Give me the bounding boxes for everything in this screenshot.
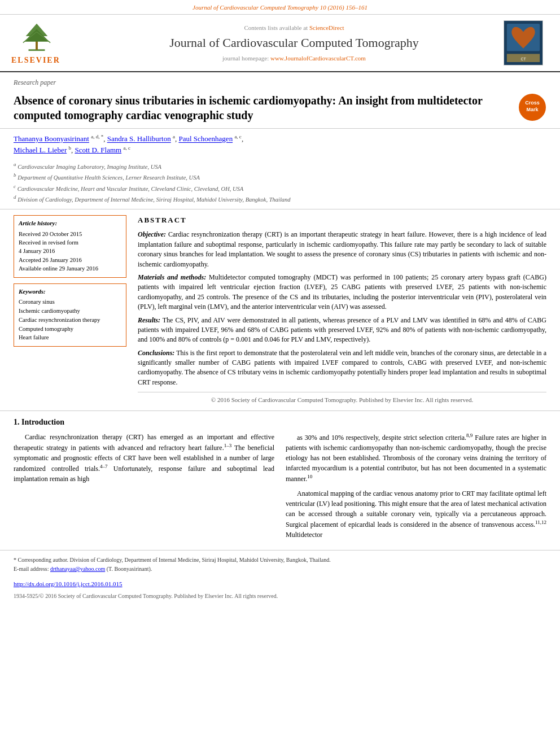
body-section: 1. Introduction Cardiac resynchronizatio… <box>0 410 560 551</box>
intro-heading: 1. Introduction <box>14 417 546 428</box>
keyword-3: Cardiac resynchronization therapy <box>19 316 121 325</box>
email-link[interactable]: drthanayaa@yahoo.com <box>50 566 105 572</box>
keyword-5: Heart failure <box>19 334 121 342</box>
keyword-2: Ischemic cardiomyopathy <box>19 307 121 316</box>
page: Journal of Cardiovascular Computed Tomog… <box>0 0 560 747</box>
author-boonyasirinant[interactable]: Thananya Boonyasirinant <box>14 135 89 143</box>
affil-d: d Division of Cardiology, Department of … <box>14 194 546 204</box>
author-schoenhagen[interactable]: Paul Schoenhagen <box>178 135 233 143</box>
received-date: Received 20 October 2015 <box>19 230 121 239</box>
doi-link[interactable]: http://dx.doi.org/10.1016/j.jcct.2016.01… <box>14 580 123 587</box>
accepted-date: Accepted 26 January 2016 <box>19 256 121 265</box>
authors-section: Thananya Boonyasirinant a, d, *, Sandra … <box>0 129 560 159</box>
author-halliburton[interactable]: Sandra S. Halliburton <box>107 135 171 143</box>
article-history-title: Article history: <box>19 219 121 228</box>
article-title-container: Absence of coronary sinus tributaries in… <box>14 93 509 123</box>
article-info-abstract-section: Article history: Received 20 October 201… <box>0 209 560 410</box>
sciencedirect-link[interactable]: ScienceDirect <box>309 24 344 31</box>
keyword-4: Computed tomography <box>19 325 121 334</box>
abstract-objective-text: Cardiac resynchronization therapy (CRT) … <box>138 230 546 268</box>
abstract-section: ABSTRACT Objective: Cardiac resynchroniz… <box>138 215 546 404</box>
keywords-title: Keywords: <box>19 287 121 296</box>
body-two-col: Cardiac resynchronization therapy (CRT) … <box>14 432 546 544</box>
journal-header: ELSEVIER Contents lists available at Sci… <box>0 15 560 72</box>
body-para-1: Cardiac resynchronization therapy (CRT) … <box>14 432 274 484</box>
body-col-right: as 30% and 10% respectively, despite str… <box>286 432 546 544</box>
journal-citation-bar: Journal of Cardiovascular Computed Tomog… <box>0 0 560 15</box>
revised-date: Received in revised form4 January 2016 <box>19 239 121 255</box>
abstract-results: Results: The CS, PIV, and AIV were demon… <box>138 316 546 345</box>
journal-homepage-line: journal homepage: www.JournalofCardiovas… <box>85 54 504 63</box>
abstract-objective-label: Objective: <box>138 230 166 238</box>
article-title-section: Absence of coronary sinus tributaries in… <box>0 90 560 129</box>
abstract-conclusions-text: This is the first report to demonstrate … <box>138 349 546 386</box>
elsevier-tree-icon <box>11 21 62 54</box>
article-title: Absence of coronary sinus tributaries in… <box>14 93 509 123</box>
abstract-conclusions-label: Conclusions: <box>138 349 174 357</box>
journal-citation-text: Journal of Cardiovascular Computed Tomog… <box>193 4 368 11</box>
doi-section: http://dx.doi.org/10.1016/j.jcct.2016.01… <box>0 576 560 592</box>
abstract-copyright: © 2016 Society of Cardiovascular Compute… <box>138 392 546 404</box>
article-type-label: Research paper <box>0 72 560 90</box>
affil-a: a Cardiovascular Imaging Laboratory, Ima… <box>14 161 546 171</box>
article-history-box: Article history: Received 20 October 201… <box>14 215 126 278</box>
keyword-1: Coronary sinus <box>19 298 121 307</box>
abstract-objective: Objective: Cardiac resynchronization the… <box>138 230 546 269</box>
abstract-methods: Materials and methods: Multidetector com… <box>138 273 546 312</box>
journal-cover-thumbnail: CT <box>504 20 543 65</box>
affil-c: c Cardiovascular Medicine, Heart and Vas… <box>14 183 546 193</box>
abstract-conclusions: Conclusions: This is the first report to… <box>138 348 546 388</box>
body-para-2: as 30% and 10% respectively, despite str… <box>286 432 546 484</box>
footnote-star: * Corresponding author. Division of Card… <box>14 556 546 564</box>
elsevier-wordmark: ELSEVIER <box>11 55 60 66</box>
svg-text:Cross: Cross <box>525 100 540 106</box>
bottom-copyright: 1934-5925/© 2016 Society of Cardiovascul… <box>0 592 560 605</box>
abstract-results-text: The CS, PIV, and AIV were demonstrated i… <box>138 316 546 344</box>
crossmark-icon: Cross Mark <box>518 93 546 121</box>
author-lieber[interactable]: Michael L. Lieber <box>14 146 67 154</box>
body-para-3: Anatomical mapping of the cardiac venous… <box>286 488 546 540</box>
abstract-methods-label: Materials and methods: <box>138 273 206 281</box>
elsevier-logo: ELSEVIER <box>11 21 85 66</box>
journal-cover: CT <box>504 20 549 65</box>
online-date: Available online 29 January 2016 <box>19 265 121 273</box>
journal-title-center: Contents lists available at ScienceDirec… <box>85 24 504 63</box>
keywords-box: Keywords: Coronary sinus Ischemic cardio… <box>14 283 126 347</box>
affil-b: b Department of Quantitative Health Scie… <box>14 172 546 182</box>
body-col-left: Cardiac resynchronization therapy (CRT) … <box>14 432 274 544</box>
journal-title: Journal of Cardiovascular Computed Tomog… <box>85 34 504 52</box>
svg-text:CT: CT <box>520 57 526 61</box>
journal-homepage-link[interactable]: www.JournalofCardiovascularCT.com <box>270 55 366 62</box>
abstract-results-label: Results: <box>138 316 160 324</box>
footnote-section: * Corresponding author. Division of Card… <box>0 550 560 576</box>
crossmark-badge[interactable]: Cross Mark <box>518 93 546 121</box>
cover-image-svg: CT <box>504 20 542 65</box>
sciencedirect-line: Contents lists available at ScienceDirec… <box>85 24 504 32</box>
abstract-heading: ABSTRACT <box>138 215 546 225</box>
authors-list: Thananya Boonyasirinant a, d, *, Sandra … <box>14 133 546 155</box>
svg-text:Mark: Mark <box>526 107 539 112</box>
author-flamm[interactable]: Scott D. Flamm <box>75 146 121 154</box>
left-column: Article history: Received 20 October 201… <box>14 215 126 404</box>
affiliations-section: a Cardiovascular Imaging Laboratory, Ima… <box>0 159 560 209</box>
footnote-email: E-mail address: drthanayaa@yahoo.com (T.… <box>14 565 546 573</box>
elsevier-branding: ELSEVIER <box>11 21 85 66</box>
